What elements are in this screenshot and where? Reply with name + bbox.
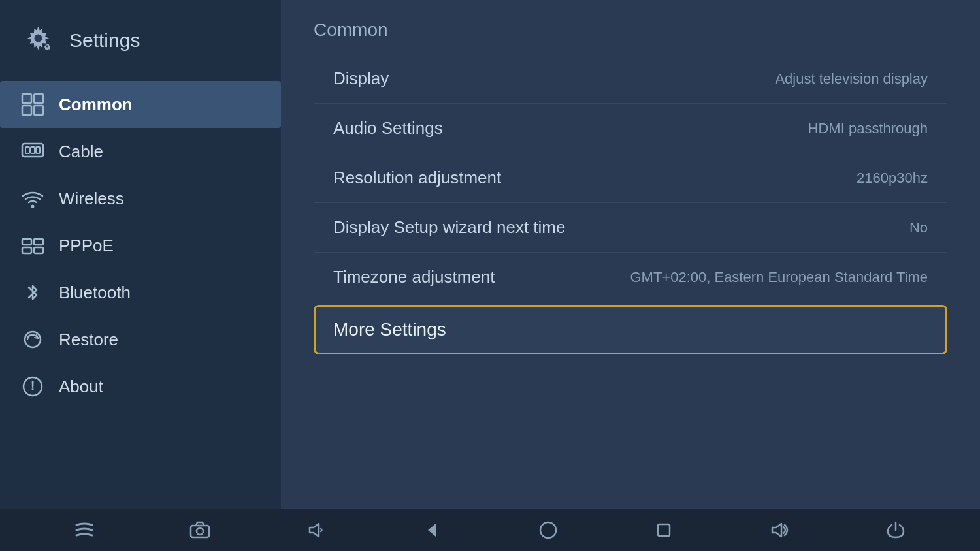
- timezone-value: GMT+02:00, Eastern European Standard Tim…: [630, 269, 928, 286]
- restore-icon: [20, 326, 46, 353]
- svg-rect-25: [658, 524, 670, 536]
- camera-icon[interactable]: [186, 516, 214, 544]
- sidebar-item-about-label: About: [59, 377, 103, 397]
- volume-down-icon[interactable]: [302, 516, 331, 544]
- power-icon[interactable]: [881, 516, 910, 544]
- bluetooth-icon: [20, 279, 46, 306]
- svg-rect-20: [191, 526, 209, 537]
- sidebar-item-wireless[interactable]: Wireless: [0, 175, 281, 222]
- svg-marker-23: [428, 524, 436, 537]
- about-icon: !: [20, 373, 46, 400]
- svg-point-24: [540, 522, 556, 538]
- taskbar: [0, 509, 980, 551]
- display-value: Adjust television display: [775, 71, 928, 87]
- svg-rect-16: [34, 247, 43, 253]
- setup-wizard-label: Display Setup wizard next time: [333, 217, 565, 238]
- timezone-label: Timezone adjustment: [333, 267, 495, 287]
- svg-rect-13: [22, 239, 31, 245]
- svg-marker-26: [772, 524, 781, 537]
- content-area: Common Display Adjust television display…: [281, 0, 980, 509]
- sidebar-item-pppoe-label: PPPoE: [59, 236, 114, 256]
- resolution-label: Resolution adjustment: [333, 168, 501, 188]
- settings-row-more-settings[interactable]: More Settings: [314, 305, 947, 354]
- svg-rect-10: [31, 147, 35, 153]
- display-label: Display: [333, 69, 389, 89]
- svg-rect-9: [25, 147, 29, 153]
- svg-rect-14: [34, 239, 43, 245]
- svg-point-21: [197, 528, 203, 535]
- sidebar-item-pppoe[interactable]: PPPoE: [0, 222, 281, 269]
- sidebar-item-cable-label: Cable: [59, 142, 103, 162]
- sidebar-item-restore[interactable]: Restore: [0, 316, 281, 363]
- audio-value: HDMI passthrough: [808, 120, 928, 137]
- settings-row-timezone[interactable]: Timezone adjustment GMT+02:00, Eastern E…: [314, 253, 947, 302]
- sidebar-item-common[interactable]: Common: [0, 81, 281, 128]
- svg-rect-15: [22, 247, 31, 253]
- sidebar-item-common-label: Common: [59, 95, 133, 115]
- square-icon[interactable]: [649, 516, 678, 544]
- svg-text:!: !: [31, 379, 35, 393]
- settings-row-audio[interactable]: Audio Settings HDMI passthrough: [314, 104, 947, 153]
- sidebar-item-cable[interactable]: Cable: [0, 128, 281, 175]
- cable-icon: [20, 138, 46, 165]
- svg-rect-11: [36, 147, 40, 153]
- settings-row-display[interactable]: Display Adjust television display: [314, 54, 947, 104]
- svg-point-1: [35, 35, 42, 42]
- sidebar-item-bluetooth[interactable]: Bluetooth: [0, 269, 281, 316]
- gear-icon: [20, 20, 59, 61]
- resolution-value: 2160p30hz: [857, 170, 928, 187]
- settings-list: Display Adjust television display Audio …: [314, 54, 947, 357]
- svg-point-3: [46, 45, 48, 47]
- menu-icon[interactable]: [70, 516, 99, 544]
- pppoe-icon: [20, 232, 46, 259]
- svg-marker-22: [310, 524, 319, 537]
- settings-row-setup-wizard[interactable]: Display Setup wizard next time No: [314, 203, 947, 253]
- common-icon: [20, 91, 46, 118]
- volume-up-icon[interactable]: [766, 516, 794, 544]
- wireless-icon: [20, 185, 46, 212]
- svg-rect-7: [34, 106, 43, 115]
- back-icon[interactable]: [417, 516, 446, 544]
- content-title: Common: [314, 20, 947, 40]
- audio-label: Audio Settings: [333, 118, 443, 138]
- svg-point-12: [31, 205, 35, 208]
- settings-title: Settings: [69, 29, 140, 52]
- sidebar-nav: Common Cable: [0, 81, 281, 410]
- settings-row-resolution[interactable]: Resolution adjustment 2160p30hz: [314, 153, 947, 203]
- more-settings-label: More Settings: [333, 319, 446, 340]
- sidebar: Settings Common: [0, 0, 281, 509]
- sidebar-item-about[interactable]: ! About: [0, 363, 281, 410]
- svg-rect-5: [34, 94, 43, 103]
- setup-wizard-value: No: [909, 219, 928, 236]
- app-container: Settings Common: [0, 0, 980, 509]
- svg-rect-4: [22, 94, 31, 103]
- sidebar-item-bluetooth-label: Bluetooth: [59, 283, 131, 303]
- sidebar-item-wireless-label: Wireless: [59, 189, 124, 209]
- sidebar-item-restore-label: Restore: [59, 330, 118, 350]
- settings-header: Settings: [0, 7, 281, 81]
- home-icon[interactable]: [534, 516, 563, 544]
- svg-rect-6: [22, 106, 31, 115]
